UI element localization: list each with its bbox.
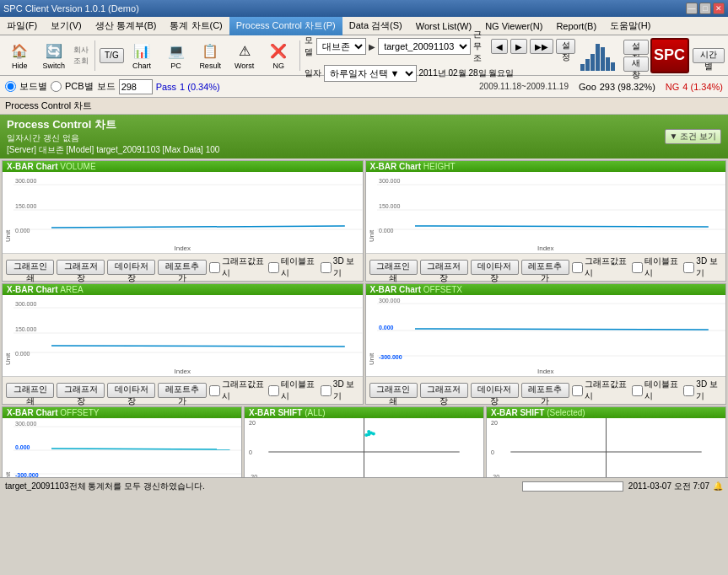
tg-button[interactable]: T/G (100, 48, 124, 63)
area-check2[interactable]: 테이블표시 (268, 379, 318, 402)
svg-line-34 (51, 449, 230, 449)
offsetx-svg: 300.000 0.000 -300.000 (377, 295, 726, 367)
close-button[interactable]: ✕ (713, 3, 725, 14)
volume-print-btn[interactable]: 그래프인쇄 (6, 260, 54, 275)
volume-check3[interactable]: 3D 보기 (321, 255, 359, 279)
area-report-btn[interactable]: 레포트추가 (158, 383, 206, 398)
time-btn1[interactable]: ◀ (491, 39, 508, 54)
time-btn3[interactable]: ▶▶ (530, 39, 553, 54)
switch-button[interactable]: 🔄 Switch (38, 38, 71, 73)
offsetx-data-save-btn[interactable]: 데이타저장 (471, 383, 519, 398)
window-title: SPC Client Version 1.0.1 (Demo) (3, 3, 139, 13)
offsetx-save-btn[interactable]: 그래프저장 (420, 383, 468, 398)
settings-right-btn[interactable]: 설정 (623, 40, 648, 55)
condition-view-btn[interactable]: ▼ 조건 보기 (665, 129, 721, 144)
height-save-btn[interactable]: 그래프저장 (420, 260, 468, 275)
time-btn2[interactable]: ▶ (510, 39, 527, 54)
offsetx-print-btn[interactable]: 그래프인쇄 (369, 383, 418, 398)
sep2 (299, 40, 300, 71)
status-message: target_20091103전체 통계처를 모두 갱신하였습니다. (5, 481, 517, 492)
svg-text:0.000: 0.000 (379, 325, 394, 330)
model-select[interactable]: 대브존 (316, 38, 366, 55)
ng-label: NG (666, 82, 680, 92)
date-range-display: 2009.11.18~2009.11.19 (479, 82, 569, 91)
height-svg: 300.000 150.000 0.000 (377, 172, 726, 244)
volume-report-btn[interactable]: 레포트추가 (158, 260, 206, 275)
chart-height-title: X-BAR Chart HEIGHT (366, 161, 726, 172)
chart-icon: 📊 (132, 41, 152, 62)
result-button[interactable]: 📋 Result (194, 38, 227, 73)
chart-button[interactable]: 📊 Chart (126, 38, 159, 73)
hist-bar-1 (580, 64, 585, 71)
area-check1[interactable]: 그래프값표시 (209, 379, 267, 402)
model-label: 모델 (305, 35, 315, 58)
height-data-save-btn[interactable]: 데이타저장 (471, 260, 519, 275)
minimize-button[interactable]: — (686, 3, 698, 14)
menu-stats[interactable]: 통계 차트(C) (163, 17, 229, 35)
status-datetime: 2011-03-07 오전 7:07 (628, 481, 709, 492)
area-check3[interactable]: 3D 보기 (321, 379, 359, 402)
menu-file[interactable]: 파일(F) (0, 17, 44, 35)
offsetx-check3[interactable]: 3D 보기 (683, 379, 722, 402)
board-radio[interactable] (5, 81, 16, 92)
time-interval-btn[interactable]: 시간별 (693, 48, 725, 63)
offsetx-check1[interactable]: 그래프값표시 (572, 379, 629, 402)
settings-btn[interactable]: 설정 (556, 39, 576, 54)
ng-button[interactable]: ❌ NG (262, 38, 295, 73)
volume-check1[interactable]: 그래프값표시 (209, 255, 267, 279)
svg-text:150.000: 150.000 (15, 203, 36, 209)
time-button-container: 시간별 (693, 48, 725, 63)
maximize-button[interactable]: □ (699, 3, 711, 14)
toolbar: 🏠 Hide 🔄 Switch 회사조회 T/G 📊 Chart 💻 PC 📋 … (0, 35, 728, 76)
shift-selected-svg: 20 0 -20 -20 -10 0 10 20 (487, 418, 725, 477)
height-report-btn[interactable]: 레포트추가 (521, 260, 569, 275)
volume-check2[interactable]: 테이블표시 (268, 255, 318, 279)
menu-help[interactable]: 도움말(H) (603, 17, 657, 35)
pc-icon: 💻 (166, 41, 186, 62)
height-check1[interactable]: 그래프값표시 (572, 255, 629, 279)
area-print-btn[interactable]: 그래프인쇄 (6, 383, 54, 398)
menu-view[interactable]: 보기(V) (44, 17, 89, 35)
offsetx-report-btn[interactable]: 레포트추가 (521, 383, 569, 398)
chart-shift-all-title: X-BAR SHIFT (ALL) (245, 407, 483, 418)
pcb-radio-label: PCB별 (65, 80, 94, 93)
hist-bar-3 (590, 54, 595, 71)
chart-offsetx-title: X-BAR Chart OFFSETX (366, 284, 726, 295)
volume-save-btn[interactable]: 그래프저장 (57, 260, 105, 275)
sep1 (94, 40, 95, 71)
pcb-radio[interactable] (51, 81, 62, 92)
height-print-btn[interactable]: 그래프인쇄 (369, 260, 418, 275)
arrow-icon: ▶ (369, 42, 375, 51)
main-content[interactable]: Process Control 차트 일자시간 갱신 없음 [Server] 대… (0, 115, 728, 477)
height-check2[interactable]: 테이블표시 (632, 255, 682, 279)
chart-offsety-body: Unit 300.000 0.000 -300.000 (3, 418, 241, 477)
area-x-label: Index (3, 367, 363, 376)
height-x-label: Index (366, 244, 726, 253)
area-data-save-btn[interactable]: 데이타저장 (107, 383, 155, 398)
goo-value: 293 (98.32%) (600, 82, 655, 92)
svg-text:300.000: 300.000 (379, 178, 400, 184)
volume-data-save-btn[interactable]: 데이타저장 (107, 260, 155, 275)
height-y-label: Unit (366, 172, 377, 244)
board-value-input[interactable] (119, 79, 153, 94)
svg-point-48 (372, 432, 375, 435)
menu-production[interactable]: 생산 통계부(B) (89, 17, 164, 35)
shift-all-svg: 20 0 -20 -20 -10 0 10 20 (245, 418, 483, 477)
model-controls: 모델 대브존 ▶ target_20091103 근무조 ◀ ▶ ▶▶ 설정 일… (305, 29, 576, 82)
pc-button[interactable]: 💻 PC (159, 38, 192, 73)
model-row: 모델 대브존 ▶ target_20091103 근무조 ◀ ▶ ▶▶ 설정 (305, 29, 576, 64)
hist-bar-5 (601, 47, 605, 71)
worst-button[interactable]: ⚠ Worst (228, 38, 261, 73)
area-save-btn[interactable]: 그래프저장 (57, 383, 105, 398)
hide-button[interactable]: 🏠 Hide (3, 38, 36, 73)
chart-volume-title: X-BAR Chart VOLUME (3, 161, 363, 172)
chart-volume: X-BAR Chart VOLUME Unit 300.000 150.000 … (2, 160, 364, 282)
bottom-three-charts: X-BAR Chart OFFSETY Unit 300.000 0.000 -… (2, 406, 726, 477)
svg-text:0.000: 0.000 (15, 351, 30, 357)
height-check3[interactable]: 3D 보기 (683, 255, 722, 279)
new-window-btn[interactable]: 새창 (623, 56, 648, 72)
offsetx-check2[interactable]: 테이블표시 (632, 379, 682, 402)
date-select[interactable]: 하루일자 선택 ▼ (324, 65, 417, 82)
target-select[interactable]: target_20091103 (378, 38, 471, 55)
svg-text:20: 20 (249, 420, 256, 426)
